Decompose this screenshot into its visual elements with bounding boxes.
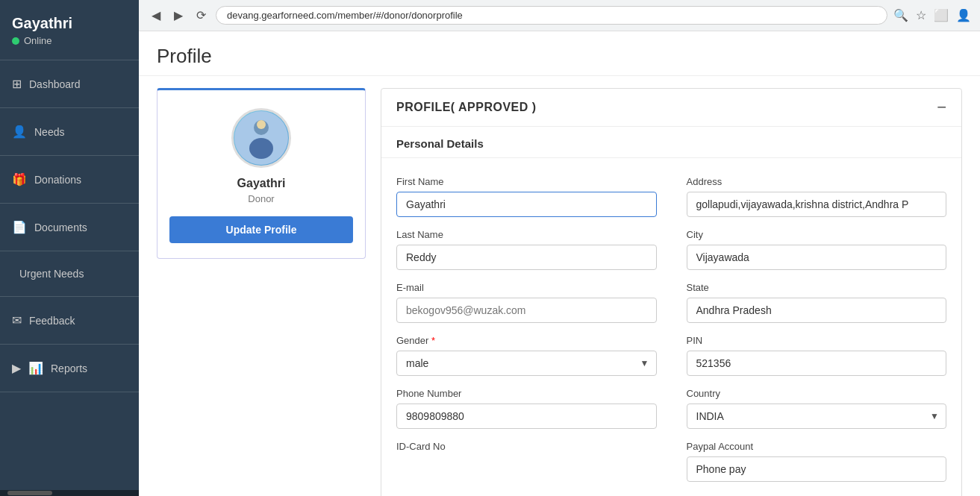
main-content: ◀ ▶ ⟳ devang.gearforneed.com/member/#/do…	[139, 0, 980, 496]
email-input[interactable]	[396, 298, 657, 323]
idcard-group: ID-Card No	[396, 435, 672, 462]
gender-select[interactable]: male female other	[396, 351, 657, 376]
browser-bar: ◀ ▶ ⟳ devang.gearforneed.com/member/#/do…	[139, 0, 980, 31]
email-group: E-mail	[396, 276, 672, 329]
sidebar-scrollbar-thumb[interactable]	[7, 491, 52, 495]
pin-label: PIN	[687, 335, 947, 346]
last-name-group: Last Name	[396, 223, 672, 276]
sidebar-item-donations[interactable]: 🎁 Donations	[0, 162, 139, 197]
gender-group: Gender * male female other ▼	[396, 329, 672, 382]
gender-label: Gender *	[396, 335, 657, 346]
phone-input[interactable]	[396, 404, 657, 429]
last-name-label: Last Name	[396, 229, 657, 240]
url-bar[interactable]: devang.gearforneed.com/member/#/donor/do…	[216, 6, 887, 25]
form-grid: First Name Last Name E-mail Gender	[381, 158, 961, 496]
state-input[interactable]	[687, 298, 947, 323]
city-group: City	[672, 223, 947, 276]
page-header: Profile	[139, 31, 980, 76]
sidebar-divider	[0, 296, 139, 297]
state-group: State	[672, 276, 947, 329]
country-select[interactable]: INDIA USA UK	[687, 404, 947, 429]
search-icon[interactable]: 🔍	[893, 8, 908, 22]
pin-group: PIN	[672, 329, 947, 382]
profile-role: Donor	[248, 193, 274, 204]
svg-point-2	[249, 138, 273, 159]
sidebar-item-label: Needs	[34, 126, 64, 138]
status-label: Online	[24, 35, 52, 46]
country-select-wrapper: INDIA USA UK ▼	[687, 404, 947, 429]
email-label: E-mail	[396, 282, 657, 293]
donations-icon: 🎁	[12, 172, 27, 186]
required-indicator: *	[431, 335, 435, 346]
profile-name: Gayathri	[237, 177, 286, 190]
avatar-image	[234, 111, 288, 165]
sidebar-divider	[0, 60, 139, 60]
feedback-icon: ✉	[12, 313, 22, 327]
first-name-group: First Name	[396, 170, 672, 223]
sidebar-divider	[0, 107, 139, 108]
needs-icon: 👤	[12, 125, 27, 139]
back-button[interactable]: ◀	[148, 7, 164, 24]
country-label: Country	[687, 388, 947, 399]
sidebar-item-needs[interactable]: 👤 Needs	[0, 114, 139, 149]
section-title: Personal Details	[381, 127, 961, 158]
sidebar-item-label: Reports	[51, 362, 87, 374]
sidebar-item-reports[interactable]: ▶ 📊 Reports	[0, 351, 139, 386]
sidebar-item-dashboard[interactable]: ⊞ Dashboard	[0, 66, 139, 101]
documents-icon: 📄	[12, 220, 27, 234]
page-title: Profile	[157, 45, 962, 68]
profile-card: Gayathri Donor Update Profile	[157, 88, 366, 259]
avatar	[231, 108, 291, 168]
sidebar-username: Gayathri	[12, 15, 127, 32]
sidebar-divider	[0, 344, 139, 345]
idcard-label: ID-Card No	[396, 441, 657, 452]
sidebar-item-label: Urgent Needs	[19, 268, 84, 280]
paypal-input[interactable]	[687, 456, 947, 482]
svg-point-3	[257, 120, 266, 129]
star-icon[interactable]: ☆	[916, 8, 926, 22]
profile-form: PROFILE( APPROVED ) − Personal Details F…	[381, 88, 962, 496]
status-dot	[12, 37, 19, 45]
sidebar-nav: ⊞ Dashboard 👤 Needs 🎁 Donations 📄 Docume…	[0, 66, 139, 490]
reports-doc-icon: 📊	[28, 361, 43, 375]
sidebar-item-feedback[interactable]: ✉ Feedback	[0, 303, 139, 338]
sidebar-item-urgent-needs[interactable]: Urgent Needs	[0, 257, 139, 290]
page-content: Profile Gayathri Donor Update Profile	[139, 31, 980, 496]
sidebar-divider	[0, 392, 139, 392]
paypal-group: Paypal Account	[672, 435, 947, 488]
phone-group: Phone Number	[396, 382, 672, 435]
forward-button[interactable]: ▶	[170, 7, 187, 24]
city-input[interactable]	[687, 245, 947, 270]
sidebar: Gayathri Online ⊞ Dashboard 👤 Needs 🎁 Do…	[0, 0, 139, 496]
refresh-button[interactable]: ⟳	[193, 7, 210, 24]
sidebar-item-documents[interactable]: 📄 Documents	[0, 210, 139, 245]
state-label: State	[687, 282, 947, 293]
sidebar-item-label: Documents	[34, 222, 87, 233]
country-group: Country INDIA USA UK ▼	[672, 382, 947, 435]
pin-input[interactable]	[687, 351, 947, 376]
first-name-input[interactable]	[396, 192, 657, 217]
url-text: devang.gearforneed.com/member/#/donor/do…	[227, 10, 463, 21]
profile-icon[interactable]: 👤	[956, 8, 971, 22]
address-input[interactable]	[687, 192, 947, 217]
sidebar-scrollbar[interactable]	[0, 490, 139, 496]
sidebar-divider	[0, 203, 139, 204]
first-name-label: First Name	[396, 176, 657, 187]
sidebar-item-label: Dashboard	[29, 78, 81, 90]
sidebar-header: Gayathri Online	[0, 0, 139, 54]
paypal-label: Paypal Account	[687, 441, 947, 452]
profile-status-label: PROFILE( APPROVED )	[396, 101, 537, 114]
address-label: Address	[687, 176, 947, 187]
right-column: Address City State PIN	[672, 170, 947, 488]
collapse-button[interactable]: −	[937, 99, 946, 116]
gender-select-wrapper: male female other ▼	[396, 351, 657, 376]
browser-icons: 🔍 ☆ ⬜ 👤	[893, 8, 971, 22]
profile-body: Gayathri Donor Update Profile PROFILE( A…	[139, 76, 980, 496]
phone-label: Phone Number	[396, 388, 657, 399]
left-column: First Name Last Name E-mail Gender	[396, 170, 672, 488]
last-name-input[interactable]	[396, 245, 657, 270]
sidebar-item-label: Donations	[34, 174, 81, 186]
extensions-icon[interactable]: ⬜	[934, 8, 949, 22]
update-profile-button[interactable]: Update Profile	[169, 216, 353, 243]
form-header: PROFILE( APPROVED ) −	[381, 89, 961, 127]
